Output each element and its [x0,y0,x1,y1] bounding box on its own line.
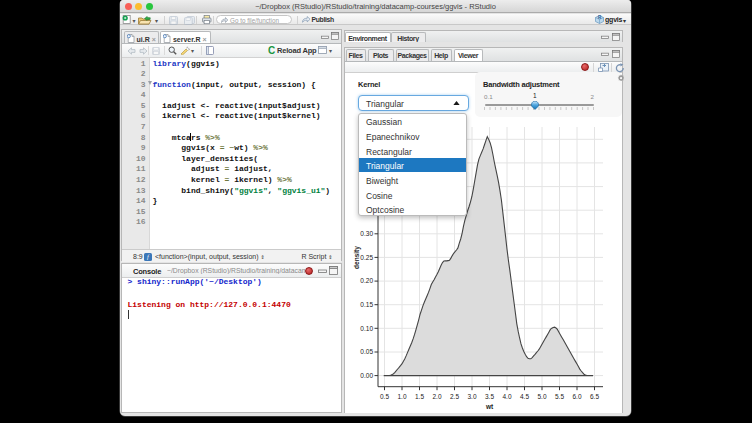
svg-text:wt: wt [485,403,494,410]
svg-text:0.15: 0.15 [360,301,373,308]
svg-text:0.00: 0.00 [360,372,373,379]
svg-text:0.5: 0.5 [380,393,389,400]
svg-text:5.5: 5.5 [555,393,564,400]
svg-text:4.5: 4.5 [520,393,529,400]
svg-text:density: density [353,246,361,269]
svg-text:0.25: 0.25 [360,254,373,261]
svg-text:2.5: 2.5 [450,393,459,400]
svg-text:0.05: 0.05 [360,348,373,355]
svg-text:0.10: 0.10 [360,325,373,332]
svg-text:4.0: 4.0 [502,393,511,400]
svg-text:6.0: 6.0 [572,393,581,400]
svg-text:1.5: 1.5 [415,393,424,400]
svg-text:1.0: 1.0 [397,393,406,400]
svg-text:0.20: 0.20 [360,277,373,284]
svg-text:0.30: 0.30 [360,230,373,237]
svg-text:5.0: 5.0 [537,393,546,400]
svg-text:6.5: 6.5 [590,393,599,400]
svg-text:2.0: 2.0 [432,393,441,400]
svg-text:3.0: 3.0 [467,393,476,400]
svg-text:3.5: 3.5 [485,393,494,400]
